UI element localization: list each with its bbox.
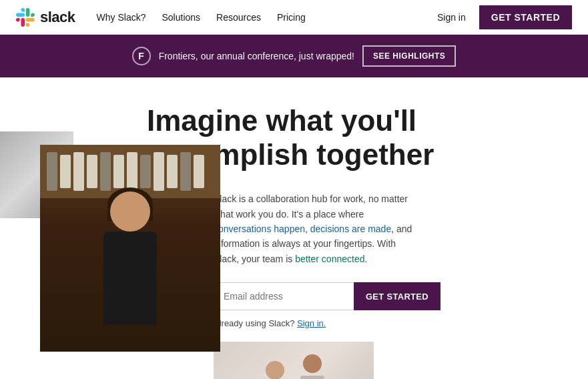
hero-content: Slack is a collaboration hub for work, n… [0, 185, 588, 379]
get-started-hero-button[interactable]: GET STARTED [354, 282, 440, 310]
hero-images-left [0, 185, 200, 379]
signin-link[interactable]: Sign in [437, 12, 466, 23]
hero-bottom-photo [214, 342, 374, 379]
better-connected-link: better connected [295, 254, 364, 264]
nav-solutions[interactable]: Solutions [162, 12, 200, 23]
nav-pricing[interactable]: Pricing [277, 12, 306, 23]
email-input[interactable] [214, 282, 354, 310]
nav-resources[interactable]: Resources [216, 12, 261, 23]
banner-text: Frontiers, our annual conference, just w… [159, 51, 354, 61]
conversations-link: conversations happen [214, 224, 305, 234]
logo[interactable]: slack [16, 8, 75, 27]
logo-text: slack [40, 9, 75, 26]
see-highlights-button[interactable]: SEE HIGHLIGHTS [362, 45, 456, 67]
get-started-nav-button[interactable]: GET STARTED [479, 5, 572, 29]
email-form: GET STARTED [214, 282, 440, 310]
already-using-text: Already using Slack? Sign in. [214, 318, 568, 328]
frontiers-icon: F [132, 47, 151, 65]
nav-why-slack[interactable]: Why Slack? [97, 12, 146, 23]
announcement-banner: F Frontiers, our annual conference, just… [0, 35, 588, 77]
hero-description: Slack is a collaboration hub for work, n… [214, 192, 414, 266]
decisions-link: decisions are made [310, 224, 391, 234]
navbar: slack Why Slack? Solutions Resources Pri… [0, 0, 588, 35]
nav-links: Why Slack? Solutions Resources Pricing [97, 12, 437, 23]
signin-inline-link[interactable]: Sign in. [297, 318, 326, 328]
hero-section: Imagine what you'll accomplish together [0, 77, 588, 379]
hero-right: Slack is a collaboration hub for work, n… [200, 185, 588, 379]
hero-main-photo [40, 145, 220, 352]
nav-right: Sign in GET STARTED [437, 5, 572, 29]
